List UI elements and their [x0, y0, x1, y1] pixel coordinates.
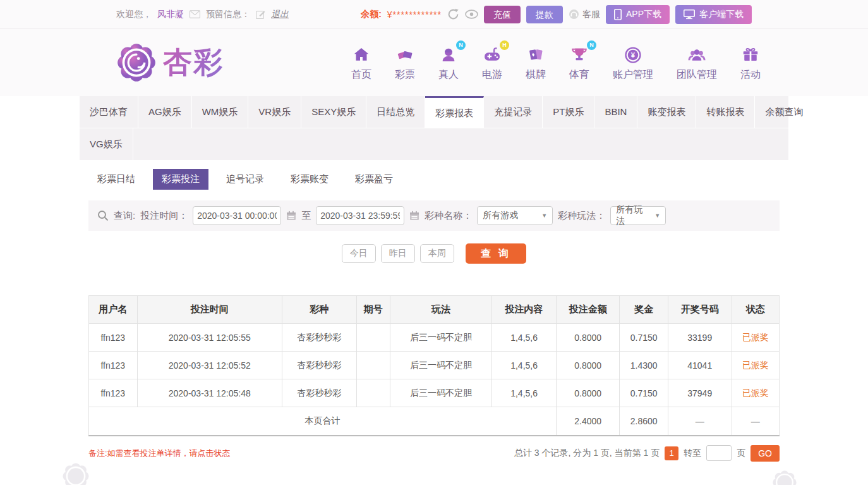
- tab-pt[interactable]: PT娱乐: [543, 96, 594, 128]
- trophy-icon: N: [570, 44, 589, 64]
- tab-lottery-report[interactable]: 彩票报表: [425, 96, 484, 128]
- time-to-input[interactable]: [316, 206, 404, 225]
- subtab-lottery-daily[interactable]: 彩票日结: [88, 169, 144, 190]
- tab-deposit-withdraw-records[interactable]: 充提记录: [484, 96, 543, 128]
- balance-label: 余额:: [361, 9, 382, 20]
- site-logo[interactable]: 杏彩: [116, 42, 224, 83]
- cell-play-type: 后三一码不定胆: [390, 324, 492, 352]
- nav-label: 体育: [569, 68, 589, 82]
- nav-item-live[interactable]: N 真人: [438, 44, 459, 82]
- subtab-lottery-profit-loss[interactable]: 彩票盈亏: [346, 169, 402, 190]
- col-draw-number: 开奖号码: [668, 296, 732, 324]
- page-1-button[interactable]: 1: [665, 446, 678, 460]
- nav-item-sports[interactable]: N 体育: [569, 44, 589, 82]
- nav-label: 彩票: [395, 68, 415, 82]
- nav-item-promotions[interactable]: 活动: [740, 44, 761, 82]
- recharge-button[interactable]: 充值: [484, 6, 521, 23]
- this-week-button[interactable]: 本周: [420, 244, 454, 263]
- status-link[interactable]: 已派奖: [742, 388, 769, 398]
- cell-bet-content: 1,4,5,6: [492, 379, 557, 407]
- nav-item-lottery[interactable]: 彩票: [395, 44, 415, 82]
- topbar-right: 余额: ¥************ 充值 提款 客服: [361, 5, 752, 24]
- cell-status: 已派奖: [732, 379, 779, 407]
- subtab-lottery-bets[interactable]: 彩票投注: [153, 169, 208, 190]
- tab-wm[interactable]: WM娱乐: [192, 96, 249, 128]
- pagination-summary: 总计 3 个记录, 分为 1 页, 当前第 1 页: [514, 448, 660, 459]
- refresh-icon[interactable]: [447, 8, 459, 20]
- tab-sexy[interactable]: SEXY娱乐: [301, 96, 366, 128]
- logo-text: 杏彩: [163, 43, 224, 82]
- table-row: ffn123 2020-03-31 12:05:48 杏彩秒秒彩 后三一码不定胆…: [89, 379, 780, 407]
- col-bet-content: 投注内容: [492, 296, 557, 324]
- tab-shaba-sports[interactable]: 沙巴体育: [80, 96, 138, 128]
- cell-username: ffn123: [89, 352, 138, 379]
- nav-item-boardgames[interactable]: 棋牌: [526, 44, 546, 82]
- envelope-icon[interactable]: [190, 10, 200, 18]
- username-link[interactable]: 风非凝: [157, 9, 184, 20]
- app-download-button[interactable]: APP下载: [606, 5, 670, 24]
- tab-row-1: 沙巴体育 AG娱乐 WM娱乐 VR娱乐 SEXY娱乐 日结总览 彩票报表 充提记…: [80, 96, 788, 128]
- summary-bet-total: 2.4000: [556, 407, 620, 436]
- gamepad-icon: H: [483, 44, 502, 64]
- chevron-down-icon: ▼: [654, 212, 660, 219]
- cell-username: ffn123: [89, 324, 138, 352]
- status-link[interactable]: 已派奖: [742, 332, 769, 342]
- col-username: 用户名: [89, 296, 138, 324]
- nav-item-egames[interactable]: H 电游: [482, 44, 502, 82]
- tab-transfer-report[interactable]: 转账报表: [696, 96, 755, 128]
- tab-bbin[interactable]: BBIN: [594, 96, 637, 128]
- cards-icon: [526, 44, 545, 64]
- subtab-chase-records[interactable]: 追号记录: [217, 169, 273, 190]
- cell-draw-number: 33199: [668, 324, 732, 352]
- nav-label: 团队管理: [677, 68, 717, 82]
- balance-value: ¥************: [387, 9, 442, 20]
- topbar: 欢迎您， 风非凝 预留信息： 退出 余额: ¥************: [0, 0, 868, 29]
- col-bet-amount: 投注金额: [556, 296, 620, 324]
- play-type-label: 彩种玩法：: [558, 210, 605, 222]
- cell-bet-content: 1,4,5,6: [492, 324, 557, 352]
- home-icon: [352, 44, 371, 64]
- eye-icon[interactable]: [465, 9, 478, 19]
- nav-item-team[interactable]: 团队管理: [677, 44, 717, 82]
- subtab-lottery-account-change[interactable]: 彩票账变: [282, 169, 337, 190]
- tab-daily-overview[interactable]: 日结总览: [366, 96, 425, 128]
- edit-icon[interactable]: [256, 9, 265, 19]
- calendar-icon[interactable]: [409, 211, 419, 221]
- tab-ag[interactable]: AG娱乐: [138, 96, 192, 128]
- cell-bet-amount: 0.8000: [556, 324, 620, 352]
- query-button[interactable]: 查 询: [466, 243, 526, 264]
- tab-account-change-report[interactable]: 账变报表: [637, 96, 696, 128]
- status-link[interactable]: 已派奖: [742, 360, 769, 370]
- report-tabstrip: 沙巴体育 AG娱乐 WM娱乐 VR娱乐 SEXY娱乐 日结总览 彩票报表 充提记…: [80, 96, 788, 160]
- time-from-input[interactable]: [193, 206, 281, 225]
- coin-icon: ¥: [624, 44, 642, 64]
- customer-service-link[interactable]: 客服: [569, 9, 600, 20]
- goto-label: 转至: [684, 448, 701, 459]
- tab-vg[interactable]: VG娱乐: [80, 128, 133, 160]
- cell-bet-amount: 0.8000: [556, 379, 620, 407]
- calendar-icon[interactable]: [286, 211, 296, 221]
- play-select[interactable]: 所有玩法 ▼: [610, 206, 666, 225]
- today-button[interactable]: 今日: [342, 244, 376, 263]
- go-button[interactable]: GO: [750, 445, 780, 462]
- game-select[interactable]: 所有游戏 ▼: [477, 206, 553, 225]
- tab-balance-query[interactable]: 余额查询: [755, 96, 814, 128]
- cell-status: 已派奖: [732, 352, 779, 379]
- game-select-value: 所有游戏: [483, 210, 518, 221]
- tab-vr[interactable]: VR娱乐: [248, 96, 301, 128]
- headset-icon: [569, 9, 579, 20]
- live-person-icon: N: [439, 44, 458, 64]
- cell-bet-content: 1,4,5,6: [492, 352, 557, 379]
- withdraw-button[interactable]: 提款: [526, 6, 563, 23]
- nav-item-home[interactable]: 首页: [351, 44, 371, 82]
- goto-page-input[interactable]: [706, 445, 732, 461]
- logout-link[interactable]: 退出: [271, 9, 289, 20]
- chevron-down-icon: ▼: [541, 212, 547, 219]
- cell-play-type: 后三一码不定胆: [390, 379, 492, 407]
- table-row: ffn123 2020-03-31 12:05:52 杏彩秒秒彩 后三一码不定胆…: [89, 352, 780, 379]
- yesterday-button[interactable]: 昨日: [381, 244, 415, 263]
- ticket-icon: [395, 44, 414, 64]
- client-download-button[interactable]: 客户端下载: [675, 5, 752, 24]
- cell-issue-number: [357, 324, 390, 352]
- nav-item-account[interactable]: ¥ 账户管理: [613, 44, 653, 82]
